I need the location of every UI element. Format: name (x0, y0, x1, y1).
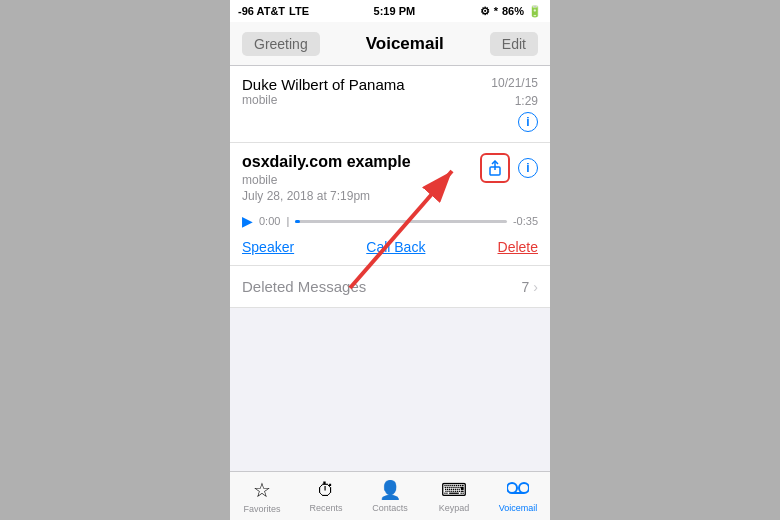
chevron-icon: › (533, 279, 538, 295)
voicemail-item-expanded: osxdaily.com example mobile July 28, 201… (230, 143, 550, 266)
time-start: 0:00 (259, 215, 280, 227)
carrier-label: -96 AT&T (238, 5, 285, 17)
voicemail-item-duke[interactable]: Duke Wilbert of Panama mobile 10/21/15 1… (230, 66, 550, 143)
tab-voicemail[interactable]: Voicemail (486, 472, 550, 520)
tab-recents[interactable]: ⏱ Recents (294, 472, 358, 520)
vm-expanded-header: osxdaily.com example mobile July 28, 201… (242, 153, 538, 203)
vm-expanded-info: osxdaily.com example mobile July 28, 201… (242, 153, 411, 203)
contacts-icon: 👤 (379, 479, 401, 501)
phone-frame: -96 AT&T LTE 5:19 PM ⚙ * 86% 🔋 Greeting … (230, 0, 550, 520)
nav-title: Voicemail (366, 34, 444, 54)
voicemail-icon (507, 480, 529, 501)
share-button[interactable] (480, 153, 510, 183)
progress-fill (295, 220, 299, 223)
favorites-icon: ☆ (253, 478, 271, 502)
keypad-icon: ⌨ (441, 479, 467, 501)
favorites-label: Favorites (243, 504, 280, 514)
play-button[interactable]: ▶ (242, 213, 253, 229)
vm-date-duke: 10/21/15 (491, 76, 538, 90)
battery-label: 86% (502, 5, 524, 17)
progress-bar[interactable] (295, 220, 507, 223)
tab-bar: ☆ Favorites ⏱ Recents 👤 Contacts ⌨ Keypa… (230, 471, 550, 520)
deleted-messages-label: Deleted Messages (242, 278, 366, 295)
deleted-count: 7 (522, 279, 530, 295)
battery-icon: 🔋 (528, 5, 542, 18)
network-type: LTE (289, 5, 309, 17)
time-end: -0:35 (513, 215, 538, 227)
speaker-button[interactable]: Speaker (242, 239, 294, 255)
tab-keypad[interactable]: ⌨ Keypad (422, 472, 486, 520)
callback-button[interactable]: Call Back (366, 239, 425, 255)
svg-point-5 (519, 483, 529, 493)
voicemail-list: Duke Wilbert of Panama mobile 10/21/15 1… (230, 66, 550, 471)
playback-row: ▶ 0:00 | -0:35 (242, 213, 538, 229)
settings-icon: ⚙ (480, 5, 490, 18)
share-icon (487, 160, 503, 176)
edit-button[interactable]: Edit (490, 32, 538, 56)
vm-expanded-type: mobile (242, 173, 411, 187)
contacts-label: Contacts (372, 503, 408, 513)
info-button-expanded[interactable]: i (518, 158, 538, 178)
tab-favorites[interactable]: ☆ Favorites (230, 472, 294, 520)
bluetooth-icon: * (494, 5, 498, 17)
info-button-duke[interactable]: i (518, 112, 538, 132)
vm-expanded-name: osxdaily.com example (242, 153, 411, 171)
deleted-messages-row[interactable]: Deleted Messages 7 › (230, 266, 550, 308)
action-row: Speaker Call Back Delete (242, 239, 538, 255)
vm-expanded-date: July 28, 2018 at 7:19pm (242, 189, 411, 203)
status-left: -96 AT&T LTE (238, 5, 309, 17)
vm-duration-duke: 1:29 (515, 94, 538, 108)
vm-type-duke: mobile (242, 93, 491, 107)
vm-right-duke: 10/21/15 1:29 i (491, 76, 538, 132)
nav-bar: Greeting Voicemail Edit (230, 22, 550, 66)
delete-button[interactable]: Delete (498, 239, 538, 255)
vm-expanded-icons: i (480, 153, 538, 183)
voicemail-tab-label: Voicemail (499, 503, 538, 513)
vm-info-duke: Duke Wilbert of Panama mobile (242, 76, 491, 107)
recents-label: Recents (309, 503, 342, 513)
time-label: 5:19 PM (374, 5, 416, 17)
vm-name-duke: Duke Wilbert of Panama (242, 76, 491, 93)
status-right: ⚙ * 86% 🔋 (480, 5, 542, 18)
status-bar: -96 AT&T LTE 5:19 PM ⚙ * 86% 🔋 (230, 0, 550, 22)
tab-contacts[interactable]: 👤 Contacts (358, 472, 422, 520)
svg-point-4 (507, 483, 517, 493)
keypad-label: Keypad (439, 503, 470, 513)
recents-icon: ⏱ (317, 480, 335, 501)
greeting-button[interactable]: Greeting (242, 32, 320, 56)
